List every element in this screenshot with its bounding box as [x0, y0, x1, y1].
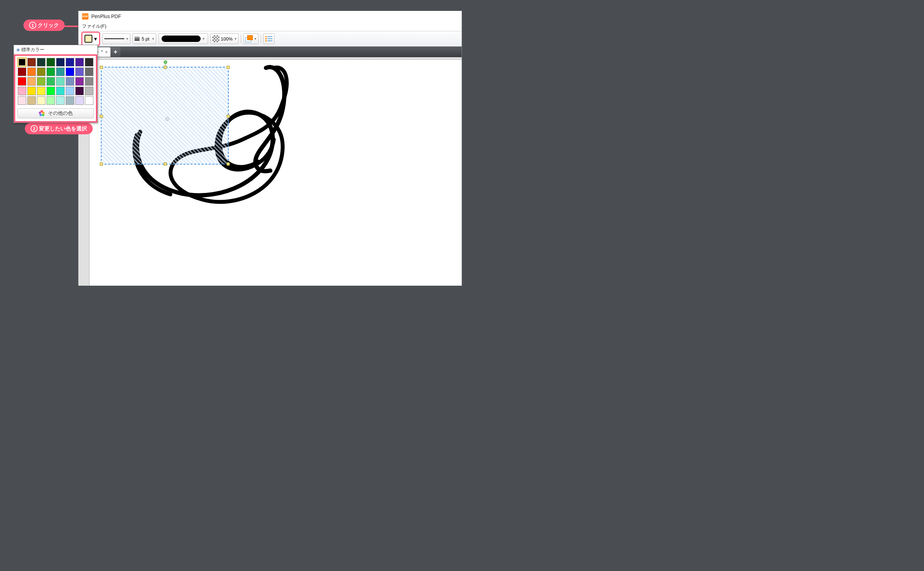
- chevron-down-icon: ▾: [94, 35, 97, 42]
- menubar: ファイル(F): [79, 22, 462, 31]
- color-swatch[interactable]: [66, 68, 74, 76]
- more-colors-button[interactable]: その他の色: [17, 108, 94, 118]
- color-swatch[interactable]: [75, 68, 84, 76]
- color-swatch[interactable]: [85, 96, 93, 105]
- color-swatch[interactable]: [18, 58, 26, 66]
- toolbar: ▾ ▾ 5 pt ▾ ▾ 100% ▾ ▾: [79, 31, 462, 46]
- separator: [241, 34, 241, 43]
- chevron-down-icon: ▾: [235, 37, 237, 40]
- color-swatch[interactable]: [75, 96, 84, 105]
- chevron-down-icon: ▾: [203, 37, 205, 40]
- color-swatch[interactable]: [85, 87, 93, 95]
- color-swatch[interactable]: [56, 77, 65, 86]
- color-swatch[interactable]: [75, 87, 84, 95]
- color-palette-popup: ◆標準カラー その他の色: [14, 45, 98, 123]
- color-swatch[interactable]: [27, 77, 36, 86]
- opacity-button[interactable]: 100% ▾: [210, 33, 239, 44]
- menu-file[interactable]: ファイル(F): [82, 23, 106, 29]
- chevron-down-icon: ▾: [152, 37, 154, 40]
- app-window: PDF PenPlus PDF ファイル(F) ▾ ▾ 5 pt ▾ ▾ 100…: [78, 11, 462, 286]
- color-swatch[interactable]: [75, 58, 84, 66]
- close-icon[interactable]: ×: [105, 49, 108, 55]
- line-width-button[interactable]: 5 pt ▾: [132, 33, 156, 44]
- palette-body: その他の色: [14, 54, 97, 123]
- layers-icon: [245, 35, 253, 42]
- opacity-label: 100%: [221, 36, 233, 42]
- color-swatch[interactable]: [66, 96, 74, 105]
- chevron-down-icon: ▾: [255, 37, 256, 40]
- thickness-icon: [135, 37, 140, 40]
- color-swatch[interactable]: [18, 77, 26, 86]
- add-tab-button[interactable]: +: [111, 47, 120, 57]
- color-swatch[interactable]: [18, 68, 26, 76]
- color-swatch[interactable]: [85, 77, 93, 86]
- line-style-button[interactable]: ▾: [102, 33, 130, 44]
- swatch-grid: [17, 58, 94, 105]
- color-swatch[interactable]: [66, 58, 74, 66]
- color-swatch[interactable]: [37, 58, 45, 66]
- callout-select-color: 2 変更したい色を選択: [25, 123, 93, 134]
- pdf-icon: PDF: [82, 13, 88, 20]
- line-width-label: 5 pt: [142, 36, 149, 42]
- checker-icon: [213, 35, 219, 42]
- color-swatch[interactable]: [27, 58, 36, 66]
- app-title: PenPlus PDF: [91, 14, 121, 19]
- properties-button[interactable]: [263, 33, 274, 44]
- palette-title: 標準カラー: [21, 47, 45, 52]
- color-swatch[interactable]: [46, 87, 55, 95]
- color-swatch[interactable]: [18, 87, 26, 95]
- color-swatch[interactable]: [18, 96, 26, 105]
- color-swatch[interactable]: [56, 96, 65, 105]
- color-swatch[interactable]: [46, 58, 55, 66]
- ink-stroke[interactable]: [89, 60, 462, 286]
- color-swatch[interactable]: [37, 77, 45, 86]
- color-swatch[interactable]: [46, 77, 55, 86]
- stroke-color-button[interactable]: ▾: [81, 32, 100, 46]
- color-swatch[interactable]: [46, 68, 55, 76]
- color-swatch[interactable]: [56, 68, 65, 76]
- stroke-color-swatch: [85, 35, 92, 43]
- color-swatch[interactable]: [37, 87, 45, 95]
- line-sample-icon: [105, 39, 124, 39]
- callout-number: 1: [29, 22, 36, 29]
- color-swatch[interactable]: [75, 77, 84, 86]
- color-swatch[interactable]: [85, 58, 93, 66]
- callout-click: 1 クリック: [23, 20, 65, 31]
- fill-color-button[interactable]: ▾: [243, 33, 259, 44]
- color-swatch[interactable]: [27, 87, 36, 95]
- callout-number: 2: [31, 125, 38, 132]
- color-swatch[interactable]: [27, 68, 36, 76]
- canvas-area[interactable]: [79, 57, 462, 286]
- color-swatch[interactable]: [46, 96, 55, 105]
- properties-icon: [265, 35, 273, 42]
- color-wheel-icon: [39, 110, 45, 117]
- chevron-down-icon: ▾: [126, 37, 128, 40]
- color-swatch[interactable]: [37, 68, 45, 76]
- color-swatch[interactable]: [56, 87, 65, 95]
- callout-text: クリック: [38, 22, 59, 29]
- color-swatch[interactable]: [66, 77, 74, 86]
- color-swatch[interactable]: [66, 87, 74, 95]
- stroke-preview-icon: [162, 35, 201, 42]
- color-swatch[interactable]: [56, 58, 65, 66]
- color-swatch[interactable]: [85, 68, 93, 76]
- plus-icon: +: [114, 48, 117, 56]
- color-swatch[interactable]: [37, 96, 45, 105]
- more-colors-label: その他の色: [48, 110, 73, 117]
- callout-text: 変更したい色を選択: [39, 125, 87, 132]
- titlebar: PDF PenPlus PDF: [79, 11, 462, 22]
- tab-strip: ュメント * × +: [79, 46, 462, 57]
- diamond-icon: ◆: [16, 47, 20, 52]
- color-swatch[interactable]: [27, 96, 36, 105]
- palette-header: ◆標準カラー: [14, 45, 97, 54]
- page[interactable]: [89, 59, 462, 286]
- stroke-preview-button[interactable]: ▾: [159, 33, 208, 44]
